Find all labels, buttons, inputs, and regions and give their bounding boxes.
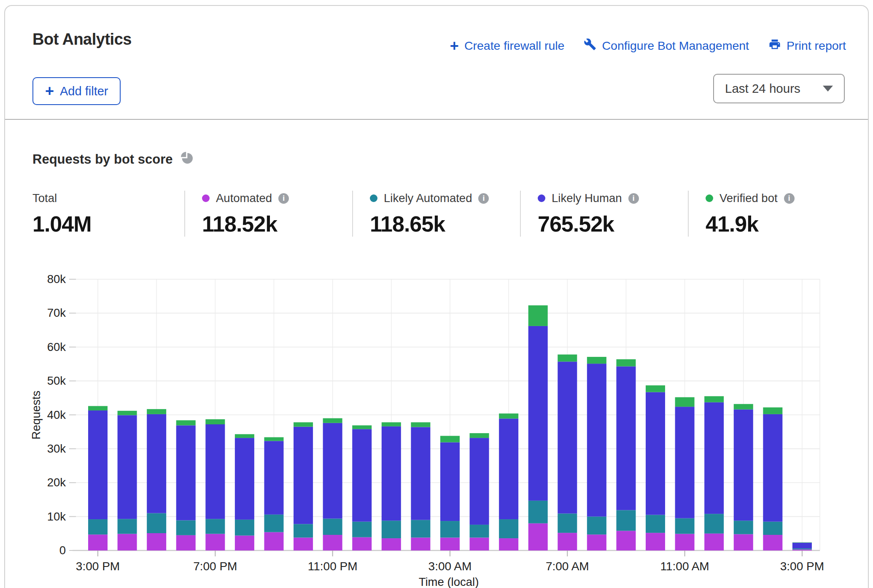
- stat-likely-automated: Likely Automated i 118.65k: [352, 191, 520, 237]
- page-title: Bot Analytics: [32, 30, 132, 49]
- stat-value: 118.52k: [202, 211, 352, 237]
- plus-icon: +: [450, 38, 459, 54]
- info-icon[interactable]: i: [628, 193, 639, 204]
- stat-automated: Automated i 118.52k: [184, 191, 352, 237]
- section-title: Requests by bot score: [32, 151, 193, 167]
- add-filter-button[interactable]: + Add filter: [32, 77, 121, 105]
- section-title-text: Requests by bot score: [32, 152, 172, 167]
- stat-value: 118.65k: [370, 211, 520, 237]
- time-range-dropdown[interactable]: Last 24 hours: [713, 74, 845, 103]
- stat-label: Likely Human: [552, 192, 622, 205]
- stat-total: Total 1.04M: [32, 191, 184, 237]
- likely-automated-legend-dot: [370, 194, 377, 202]
- printer-icon: [768, 38, 781, 54]
- stat-label: Likely Automated: [384, 192, 472, 205]
- stat-label: Verified bot: [719, 192, 778, 205]
- add-filter-label: Add filter: [60, 84, 108, 98]
- stat-value: 765.52k: [538, 211, 688, 237]
- automated-legend-dot: [202, 194, 210, 202]
- stat-likely-human: Likely Human i 765.52k: [520, 191, 688, 237]
- configure-bot-management-link[interactable]: Configure Bot Management: [584, 38, 749, 54]
- likely-human-legend-dot: [538, 194, 545, 202]
- configure-bot-management-label: Configure Bot Management: [602, 39, 749, 53]
- stat-value: 1.04M: [32, 211, 184, 237]
- create-firewall-rule-label: Create firewall rule: [464, 39, 565, 53]
- info-icon[interactable]: i: [478, 193, 489, 204]
- pie-chart-icon: [180, 151, 193, 167]
- info-icon[interactable]: i: [278, 193, 289, 204]
- print-report-label: Print report: [787, 39, 846, 53]
- create-firewall-rule-link[interactable]: + Create firewall rule: [450, 38, 565, 54]
- info-icon[interactable]: i: [784, 193, 795, 204]
- card-header: Bot Analytics + Create firewall rule Con…: [5, 6, 868, 120]
- stat-verified-bot: Verified bot i 41.9k: [688, 191, 856, 237]
- bot-analytics-card: Bot Analytics + Create firewall rule Con…: [4, 5, 869, 588]
- header-actions: + Create firewall rule Configure Bot Man…: [450, 38, 846, 54]
- plus-icon: +: [45, 84, 54, 99]
- verified-bot-legend-dot: [706, 194, 713, 202]
- stat-label: Automated: [216, 192, 272, 205]
- wrench-icon: [584, 38, 596, 54]
- print-report-link[interactable]: Print report: [768, 38, 846, 54]
- chevron-down-icon: [823, 86, 833, 92]
- stats-row: Total 1.04M Automated i 118.52k Likely A…: [32, 191, 856, 237]
- stat-label: Total: [32, 192, 57, 205]
- time-range-value: Last 24 hours: [725, 81, 800, 96]
- stat-value: 41.9k: [706, 211, 856, 237]
